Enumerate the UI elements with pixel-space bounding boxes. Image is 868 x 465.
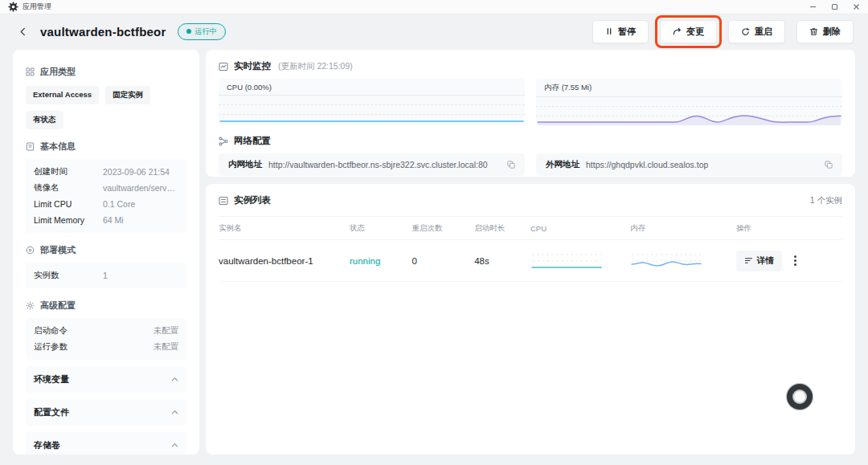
table-row: vaultwarden-bctfbeor-1 running 0 48s <box>219 240 842 282</box>
internal-address-value: http://vaultwarden-bctfbeor.ns-sbjre322.… <box>268 160 488 169</box>
cpu-chart-label: CPU (0.00%) <box>219 79 525 96</box>
table-header: 实例名 状态 重启次数 启动时长 CPU 内存 操作 <box>219 216 842 240</box>
more-actions-button[interactable] <box>792 253 799 268</box>
page-title: vaultwarden-bctfbeor <box>40 25 166 39</box>
col-restarts: 重启次数 <box>412 223 475 234</box>
config-files-toggle[interactable]: 配置文件 <box>26 399 186 426</box>
chart-icon <box>219 62 228 71</box>
network-header: 网络配置 <box>219 135 842 147</box>
col-status: 状态 <box>350 223 412 234</box>
app-type-tag: 有状态 <box>26 111 63 129</box>
instance-memory-sparkline <box>630 251 736 271</box>
env-vars-toggle[interactable]: 环境变量 <box>26 366 186 393</box>
monitoring-header: 实时监控 (更新时间 22:15:09) <box>219 60 842 72</box>
close-icon[interactable] <box>853 3 860 10</box>
copy-icon[interactable] <box>501 161 515 169</box>
internal-address-label: 内网地址 <box>228 159 262 170</box>
trash-icon <box>809 27 818 36</box>
grid-icon <box>26 67 35 76</box>
monitoring-updated-at: (更新时间 22:15:09) <box>278 61 353 72</box>
basic-info-block: 创建时间 2023-09-06 21:54 镜像名 vaultwarden/se… <box>26 159 186 233</box>
instance-status: running <box>350 256 412 266</box>
deploy-mode-icon <box>26 246 35 255</box>
app-type-tag: External Access <box>26 86 99 104</box>
col-cpu: CPU <box>530 224 630 233</box>
network-icon <box>219 137 228 146</box>
chevron-up-icon <box>171 442 178 449</box>
external-address-value: https://ghqdpvkl.cloud.sealos.top <box>586 160 708 169</box>
details-icon <box>744 257 753 264</box>
maximize-icon[interactable] <box>831 3 838 10</box>
memory-chart-panel: 内存 (7.55 Mi) <box>536 79 842 125</box>
copy-icon[interactable] <box>818 161 833 169</box>
instances-card: 实例列表 1 个实例 实例名 状态 重启次数 启动时长 CPU 内存 操作 va… <box>206 184 855 455</box>
app-title: 应用管理 <box>23 2 51 12</box>
page-header: vaultwarden-bctfbeor 运行中 暂停 变更 重启 <box>0 14 868 48</box>
change-button[interactable]: 变更 <box>660 20 717 43</box>
status-label: 运行中 <box>195 27 217 37</box>
instance-count: 1 个实例 <box>810 195 842 206</box>
list-icon <box>219 196 228 206</box>
restart-button[interactable]: 重启 <box>728 20 785 43</box>
monitoring-card: 实时监控 (更新时间 22:15:09) CPU (0.00%) 内存 (7.5… <box>206 50 855 177</box>
app-logo-icon <box>8 2 18 12</box>
cpu-sparkline <box>219 96 525 125</box>
document-icon <box>26 142 35 151</box>
deploy-mode-block: 实例数 1 <box>26 263 186 288</box>
section-advanced-config: 高级配置 <box>26 300 186 312</box>
info-row: 实例数 1 <box>34 267 178 283</box>
internal-address-row: 内网地址 http://vaultwarden-bctfbeor.ns-sbjr… <box>219 153 525 176</box>
section-app-type: 应用类型 <box>26 66 186 78</box>
pause-button[interactable]: 暂停 <box>592 20 649 43</box>
memory-chart-label: 内存 (7.55 Mi) <box>536 79 842 97</box>
details-button[interactable]: 详情 <box>736 251 782 271</box>
delete-button[interactable]: 删除 <box>796 20 854 43</box>
instances-table: 实例名 状态 重启次数 启动时长 CPU 内存 操作 vaultwarden-b… <box>219 216 842 282</box>
info-row: 创建时间 2023-09-06 21:54 <box>34 164 178 180</box>
back-button[interactable] <box>14 23 31 39</box>
chevron-up-icon <box>171 376 178 383</box>
instance-cpu-sparkline <box>530 251 630 271</box>
memory-sparkline <box>536 97 842 125</box>
info-row: 镜像名 vaultwarden/server:latest <box>34 180 178 196</box>
col-name: 实例名 <box>219 223 350 234</box>
info-row: Limit Memory 64 Mi <box>34 212 178 228</box>
section-deploy-mode: 部署模式 <box>26 244 186 256</box>
minimize-icon[interactable] <box>809 3 817 10</box>
col-memory: 内存 <box>630 223 736 234</box>
app-type-tag: 固定实例 <box>105 86 150 104</box>
window-titlebar: 应用管理 <box>0 0 868 14</box>
change-arrow-icon <box>673 27 682 36</box>
info-row: 运行参数 未配置 <box>34 339 178 355</box>
cpu-chart-panel: CPU (0.00%) <box>219 79 525 125</box>
instance-restarts: 0 <box>412 256 475 266</box>
section-basic-info: 基本信息 <box>26 141 186 153</box>
col-uptime: 启动时长 <box>474 223 530 234</box>
pause-icon <box>605 27 613 35</box>
gear-icon <box>26 301 35 310</box>
external-address-label: 外网地址 <box>546 159 579 170</box>
external-address-row: 外网地址 https://ghqdpvkl.cloud.sealos.top <box>536 153 842 176</box>
info-row: Limit CPU 0.1 Core <box>34 196 178 212</box>
status-badge: 运行中 <box>178 23 226 40</box>
instance-name: vaultwarden-bctfbeor-1 <box>219 256 350 266</box>
restart-icon <box>741 27 750 36</box>
storage-toggle[interactable]: 存储卷 <box>26 432 186 455</box>
status-dot-icon <box>186 29 191 34</box>
advanced-config-block: 启动命令 未配置 运行参数 未配置 <box>26 318 186 360</box>
chevron-up-icon <box>171 409 178 416</box>
instance-uptime: 48s <box>474 256 530 266</box>
info-row: 启动命令 未配置 <box>34 323 178 339</box>
instances-header: 实例列表 1 个实例 <box>219 194 842 206</box>
app-info-sidebar: 应用类型 External Access 固定实例 有状态 基本信息 创建时间 … <box>13 50 199 455</box>
col-ops: 操作 <box>736 223 842 234</box>
